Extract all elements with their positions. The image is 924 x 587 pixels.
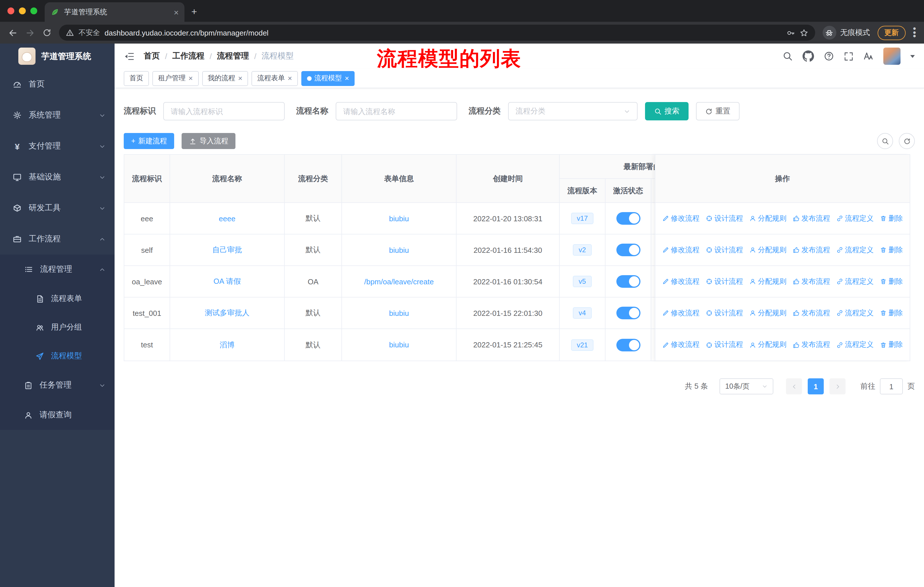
- process-definition-button[interactable]: 流程定义: [837, 213, 874, 223]
- page-size-select[interactable]: 10条/页: [719, 378, 773, 394]
- close-icon[interactable]: ×: [287, 74, 292, 82]
- user-avatar[interactable]: [883, 48, 901, 65]
- delete-button[interactable]: 删除: [880, 340, 903, 350]
- update-button[interactable]: 更新: [877, 25, 905, 40]
- form-info-link[interactable]: biubiu: [389, 341, 409, 349]
- security-label[interactable]: 不安全: [79, 28, 100, 38]
- active-toggle[interactable]: [616, 275, 640, 288]
- fullscreen-icon[interactable]: [844, 51, 853, 61]
- delete-button[interactable]: 删除: [880, 245, 903, 255]
- edit-process-button[interactable]: 修改流程: [662, 340, 700, 350]
- sidebar-item-home[interactable]: 首页: [0, 69, 115, 100]
- publish-process-button[interactable]: 发布流程: [793, 213, 830, 223]
- back-icon[interactable]: [8, 28, 18, 38]
- process-definition-button[interactable]: 流程定义: [837, 276, 874, 286]
- tab-close-icon[interactable]: ×: [173, 8, 179, 17]
- breadcrumb-process-mgmt[interactable]: 流程管理: [217, 51, 249, 61]
- new-tab-button[interactable]: +: [191, 7, 197, 17]
- reload-icon[interactable]: [42, 28, 51, 37]
- active-toggle[interactable]: [616, 307, 640, 319]
- form-info-link[interactable]: biubiu: [389, 214, 409, 223]
- form-info-link[interactable]: biubiu: [389, 246, 409, 254]
- tag-process-model[interactable]: 流程模型×: [301, 71, 355, 86]
- prev-page-button[interactable]: [786, 378, 802, 394]
- assign-rule-button[interactable]: 分配规则: [749, 276, 787, 286]
- delete-button[interactable]: 删除: [880, 213, 903, 223]
- process-name-link[interactable]: 自己审批: [212, 245, 242, 255]
- browser-tab[interactable]: 芋道管理系统 ×: [45, 2, 185, 22]
- publish-process-button[interactable]: 发布流程: [793, 276, 830, 286]
- sidebar-item-leave-query[interactable]: 请假查询: [0, 400, 115, 430]
- sidebar-item-infra[interactable]: 基础设施: [0, 162, 115, 193]
- create-process-button[interactable]: + 新建流程: [124, 133, 175, 149]
- close-icon[interactable]: ×: [188, 74, 193, 82]
- process-definition-button[interactable]: 流程定义: [837, 340, 874, 350]
- publish-process-button[interactable]: 发布流程: [793, 308, 830, 318]
- edit-process-button[interactable]: 修改流程: [662, 213, 700, 223]
- toggle-search-button[interactable]: [877, 133, 893, 149]
- help-icon[interactable]: [824, 51, 834, 61]
- active-toggle[interactable]: [616, 339, 640, 351]
- close-window-button[interactable]: [7, 7, 14, 14]
- next-page-button[interactable]: [830, 378, 845, 394]
- minimize-window-button[interactable]: [19, 7, 26, 14]
- assign-rule-button[interactable]: 分配规则: [749, 308, 787, 318]
- assign-rule-button[interactable]: 分配规则: [749, 213, 787, 223]
- breadcrumb-home[interactable]: 首页: [144, 51, 160, 61]
- tag-process-form[interactable]: 流程表单×: [251, 71, 298, 86]
- version-badge[interactable]: v5: [573, 276, 591, 287]
- delete-button[interactable]: 删除: [880, 276, 903, 286]
- tag-home[interactable]: 首页: [124, 71, 149, 86]
- process-definition-button[interactable]: 流程定义: [837, 308, 874, 318]
- forward-icon[interactable]: [25, 28, 35, 38]
- bookmark-star-icon[interactable]: [799, 28, 808, 37]
- zoom-window-button[interactable]: [30, 7, 37, 14]
- url-text[interactable]: dashboard.yudao.iocoder.cn/bpm/manager/m…: [104, 28, 268, 37]
- process-name-link[interactable]: 测试多审批人: [205, 308, 249, 318]
- category-select[interactable]: 流程分类: [508, 102, 638, 121]
- search-button[interactable]: 搜索: [645, 102, 688, 121]
- publish-process-button[interactable]: 发布流程: [793, 245, 830, 255]
- version-badge[interactable]: v17: [571, 213, 594, 224]
- close-icon[interactable]: ×: [345, 74, 349, 82]
- sidebar-item-task-mgmt[interactable]: 任务管理: [0, 370, 115, 400]
- font-size-icon[interactable]: [863, 51, 874, 61]
- design-process-button[interactable]: 设计流程: [706, 213, 743, 223]
- sidebar-item-workflow[interactable]: 工作流程: [0, 223, 115, 255]
- version-badge[interactable]: v4: [573, 307, 591, 319]
- sidebar-item-payment[interactable]: ¥ 支付管理: [0, 131, 115, 162]
- process-name-link[interactable]: 滔博: [220, 340, 234, 350]
- reset-button[interactable]: 重置: [696, 102, 739, 121]
- design-process-button[interactable]: 设计流程: [706, 308, 743, 318]
- browser-menu-icon[interactable]: •••: [913, 27, 916, 39]
- process-name-link[interactable]: eeee: [219, 214, 236, 223]
- process-name-link[interactable]: OA 请假: [213, 276, 241, 287]
- search-icon[interactable]: [782, 51, 793, 61]
- design-process-button[interactable]: 设计流程: [706, 340, 743, 350]
- tag-my-process[interactable]: 我的流程×: [202, 71, 248, 86]
- form-info-link[interactable]: /bpm/oa/leave/create: [364, 277, 434, 286]
- github-icon[interactable]: [803, 50, 814, 62]
- goto-page-input[interactable]: [880, 378, 903, 394]
- version-badge[interactable]: v21: [571, 339, 594, 351]
- url-bar[interactable]: 不安全 dashboard.yudao.iocoder.cn/bpm/manag…: [59, 25, 815, 41]
- form-info-link[interactable]: biubiu: [389, 309, 409, 317]
- import-process-button[interactable]: 导入流程: [182, 133, 236, 149]
- edit-process-button[interactable]: 修改流程: [662, 245, 700, 255]
- close-icon[interactable]: ×: [238, 74, 242, 82]
- assign-rule-button[interactable]: 分配规则: [749, 340, 787, 350]
- sidebar-item-process-mgmt[interactable]: 流程管理: [0, 255, 115, 284]
- collapse-sidebar-icon[interactable]: [124, 51, 135, 61]
- active-toggle[interactable]: [616, 212, 640, 225]
- app-logo[interactable]: 芋道管理系统: [0, 43, 115, 69]
- sidebar-item-system[interactable]: 系统管理: [0, 100, 115, 131]
- publish-process-button[interactable]: 发布流程: [793, 340, 830, 350]
- sidebar-item-devtools[interactable]: 研发工具: [0, 193, 115, 223]
- avatar-caret-icon[interactable]: [910, 55, 915, 58]
- current-page-button[interactable]: 1: [808, 378, 824, 394]
- process-definition-button[interactable]: 流程定义: [837, 245, 874, 255]
- assign-rule-button[interactable]: 分配规则: [749, 245, 787, 255]
- process-id-input[interactable]: [163, 102, 285, 121]
- password-key-icon[interactable]: [786, 28, 795, 37]
- sidebar-item-user-group[interactable]: 用户分组: [0, 313, 115, 342]
